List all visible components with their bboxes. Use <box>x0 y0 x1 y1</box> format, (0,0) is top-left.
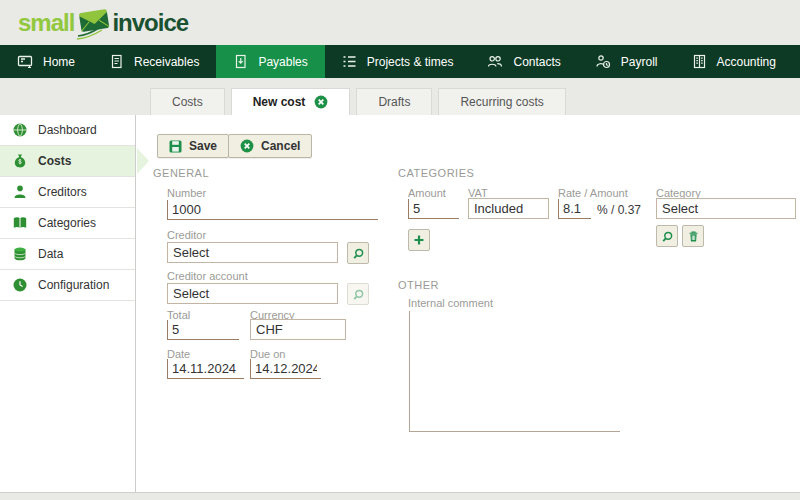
clock-icon <box>12 277 28 293</box>
due-on-input[interactable] <box>250 359 321 379</box>
vat-select-input[interactable] <box>468 198 549 219</box>
payroll-icon <box>595 54 611 69</box>
creditor-account-label: Creditor account <box>167 270 248 282</box>
money-bag-icon <box>12 153 28 169</box>
other-section-heading: OTHER <box>398 279 439 291</box>
sidebar-item-creditors[interactable]: Creditors <box>0 177 135 208</box>
rate-amount-suffix: % / 0.37 <box>597 203 641 217</box>
nav-item-label: Accounting <box>717 55 776 69</box>
save-button[interactable]: Save <box>157 134 229 158</box>
tab-bar: Costs New cost Drafts Recurring costs <box>150 88 566 115</box>
person-icon <box>12 184 28 200</box>
cancel-button[interactable]: Cancel <box>228 134 312 158</box>
envelope-logo-icon <box>75 5 113 41</box>
tab-label: Recurring costs <box>460 95 543 109</box>
tab-recurring-costs[interactable]: Recurring costs <box>438 88 565 115</box>
nav-item-label: Payroll <box>621 55 658 69</box>
sidebar-item-label: Costs <box>38 154 71 168</box>
tab-label: Costs <box>172 95 203 109</box>
nav-item-label: Projects & times <box>367 55 454 69</box>
payables-icon <box>233 54 248 69</box>
book-icon <box>12 215 28 231</box>
date-input[interactable] <box>167 359 244 379</box>
logo-word-invoice: invoice <box>112 9 188 37</box>
nav-item-accounting[interactable]: Accounting <box>675 45 793 78</box>
close-tab-icon[interactable] <box>314 95 328 109</box>
globe-icon <box>12 122 28 138</box>
category-delete-button[interactable] <box>682 225 704 247</box>
projects-times-icon <box>342 54 357 69</box>
total-input[interactable] <box>167 320 239 340</box>
database-icon <box>12 246 28 262</box>
categories-section-heading: CATEGORIES <box>398 167 474 179</box>
sidebar-item-label: Categories <box>38 216 96 230</box>
number-input[interactable] <box>167 200 378 220</box>
cancel-icon <box>240 139 254 153</box>
sidebar-item-categories[interactable]: Categories <box>0 208 135 239</box>
amount-input[interactable] <box>408 199 459 219</box>
nav-item-label: Home <box>43 55 75 69</box>
home-icon <box>17 54 33 69</box>
rate-input[interactable] <box>558 199 591 219</box>
sidebar-item-data[interactable]: Data <box>0 239 135 270</box>
general-section-heading: GENERAL <box>153 167 209 179</box>
internal-comment-textarea[interactable] <box>409 311 620 432</box>
contacts-icon <box>487 54 503 69</box>
search-icon <box>661 230 674 243</box>
sidebar-item-label: Dashboard <box>38 123 97 137</box>
creditor-select-input[interactable] <box>167 242 338 263</box>
cancel-button-label: Cancel <box>261 139 300 153</box>
nav-item-home[interactable]: Home <box>0 45 92 78</box>
save-icon <box>169 140 182 153</box>
creditor-search-button[interactable] <box>347 242 369 264</box>
nav-item-contacts[interactable]: Contacts <box>470 45 577 78</box>
internal-comment-label: Internal comment <box>408 297 493 309</box>
logo-word-small: small <box>18 9 74 37</box>
number-label: Number <box>167 187 206 199</box>
form-toolbar: Save Cancel <box>157 134 312 158</box>
nav-item-label: Payables <box>258 55 307 69</box>
active-item-arrow <box>137 148 149 174</box>
app-logo[interactable]: small invoice <box>18 5 188 41</box>
tab-drafts[interactable]: Drafts <box>356 88 432 115</box>
creditor-account-select-input[interactable] <box>167 283 338 304</box>
amount-label: Amount <box>408 187 446 199</box>
search-icon <box>352 247 365 260</box>
sidebar-item-costs[interactable]: Costs <box>0 146 135 177</box>
tab-label: New cost <box>253 95 306 109</box>
main-navbar: Home Receivables Payables Projects & tim… <box>0 45 800 78</box>
trash-icon <box>687 230 700 243</box>
sidebar-item-label: Data <box>38 247 63 261</box>
search-icon <box>352 288 365 301</box>
tab-label: Drafts <box>378 95 410 109</box>
nav-item-label: Contacts <box>513 55 560 69</box>
creditor-label: Creditor <box>167 229 206 241</box>
category-search-button[interactable] <box>656 225 678 247</box>
plus-icon <box>413 234 425 246</box>
nav-item-projects-times[interactable]: Projects & times <box>325 45 471 78</box>
sidebar-item-dashboard[interactable]: Dashboard <box>0 115 135 146</box>
creditor-account-search-button[interactable] <box>347 283 369 305</box>
category-select-input[interactable] <box>656 198 796 219</box>
tab-new-cost[interactable]: New cost <box>231 88 351 115</box>
sidebar-item-label: Creditors <box>38 185 87 199</box>
save-button-label: Save <box>189 139 217 153</box>
tab-costs[interactable]: Costs <box>150 88 225 115</box>
nav-item-receivables[interactable]: Receivables <box>92 45 216 78</box>
currency-input[interactable] <box>250 319 346 340</box>
rate-amount-label: Rate / Amount <box>558 187 628 199</box>
nav-item-payroll[interactable]: Payroll <box>578 45 675 78</box>
accounting-icon <box>692 54 707 69</box>
receivables-icon <box>109 54 124 69</box>
footer-strip <box>0 492 800 500</box>
sidebar: Dashboard Costs Creditors Categories Dat… <box>0 115 136 492</box>
sidebar-item-label: Configuration <box>38 278 109 292</box>
nav-item-payables[interactable]: Payables <box>216 45 324 78</box>
header: small invoice <box>0 0 800 45</box>
nav-item-label: Receivables <box>134 55 199 69</box>
sidebar-item-configuration[interactable]: Configuration <box>0 270 135 301</box>
add-category-row-button[interactable] <box>408 229 430 251</box>
